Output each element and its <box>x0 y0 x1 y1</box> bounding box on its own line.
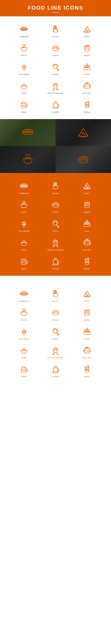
icon-item-rice-3: RICE <box>8 342 40 360</box>
svg-point-63 <box>25 292 26 292</box>
icon-item-sushi-w: SUSHI <box>40 216 71 233</box>
icon-item-rice-w: RICE <box>8 235 40 252</box>
photo-grid <box>0 119 111 173</box>
svg-point-20 <box>24 86 25 86</box>
drink-label-w: DRINK <box>84 268 90 270</box>
svg-point-49 <box>23 242 23 242</box>
beer-label-w: BEER <box>22 268 27 270</box>
icon-item-cake: CAKE <box>71 59 103 76</box>
icon-item-roast-chicken-3: ROAST CHICKEN <box>40 342 71 360</box>
svg-point-67 <box>86 294 87 294</box>
svg-point-76 <box>23 350 23 350</box>
rice-label: RICE <box>22 92 27 94</box>
drink-label-3: DRINK <box>84 376 90 378</box>
beer-icon-3 <box>19 364 29 374</box>
svg-point-68 <box>87 295 88 296</box>
photo-overlay-pizza <box>76 125 91 140</box>
icon-item-roast-chicken-w: ROAST CHICKEN <box>40 235 71 252</box>
roast-chicken-label-3: ROAST CHICKEN <box>48 357 64 359</box>
coffee-icon-3 <box>50 364 61 374</box>
svg-point-18 <box>25 85 25 86</box>
svg-rect-58 <box>86 260 87 262</box>
hot-pot-icon-3 <box>82 345 92 356</box>
hot-pot-icon-white <box>82 237 92 248</box>
icon-item-steak-3: STEAK <box>40 305 71 322</box>
coffee-label-w: COFFEE <box>52 268 59 270</box>
icon-item-beer: BEER <box>8 97 40 114</box>
sweet-icon <box>82 42 92 54</box>
beer-icon-white <box>19 256 29 267</box>
svg-point-1 <box>23 28 23 28</box>
steak-icon-white <box>50 199 61 210</box>
svg-point-77 <box>24 349 24 350</box>
svg-point-3 <box>25 28 25 28</box>
sushi-icon <box>50 62 61 72</box>
ice-cream-label-3: ICE CREAM <box>19 338 29 340</box>
icon-item-cake-3: CAKE <box>71 324 103 341</box>
svg-point-70 <box>87 311 87 312</box>
icon-grid-2: HAMBURG SNACK <box>8 178 103 271</box>
pasta-icon <box>19 42 29 54</box>
svg-rect-26 <box>87 104 88 106</box>
svg-point-42 <box>86 188 87 188</box>
steak-label: STEAK <box>52 55 59 56</box>
svg-point-22 <box>57 89 58 90</box>
icon-item-hamburg: HAMBURG <box>8 22 40 38</box>
cake-icon-3 <box>82 326 92 337</box>
steak-label-w: STEAK <box>52 212 59 213</box>
sweet-label-w: SWEET <box>84 212 90 213</box>
icon-section-orange: HAMBURG SNACK <box>0 173 111 276</box>
icon-grid-3: HAMBURG SNACK <box>8 286 103 378</box>
pizza-label: PIZZA <box>84 36 90 38</box>
snack-label-w: SNACK <box>52 192 59 194</box>
svg-rect-37 <box>53 183 54 186</box>
photo-overlay-pasta <box>20 152 35 168</box>
sweet-icon-white <box>82 199 92 210</box>
icon-item-drink-w: DRINK <box>71 254 103 271</box>
icon-item-pizza-3: PIZZA <box>71 286 103 303</box>
svg-rect-85 <box>86 368 87 370</box>
pizza-icon-white <box>82 180 92 191</box>
photo-cell-pizza <box>56 119 111 146</box>
coffee-label: COFFEE <box>52 111 59 113</box>
svg-point-81 <box>53 354 54 354</box>
pizza-icon <box>82 24 92 34</box>
svg-rect-38 <box>55 182 56 186</box>
svg-point-82 <box>57 354 58 354</box>
pasta-icon-white <box>19 199 29 210</box>
icon-item-drink: DRINK <box>71 97 103 114</box>
icon-item-pasta-3: PASTA <box>8 305 40 322</box>
icon-item-steak-w: STEAK <box>40 197 71 214</box>
svg-rect-57 <box>21 260 26 265</box>
svg-rect-6 <box>56 26 57 29</box>
svg-rect-5 <box>55 26 56 29</box>
icon-item-sweet: SWEET <box>71 40 103 58</box>
svg-point-21 <box>53 89 54 90</box>
icon-item-hamburg-3: HAMBURG <box>8 286 40 303</box>
cake-icon-white <box>82 218 92 229</box>
roast-chicken-label: ROAST CHICKEN <box>48 92 64 94</box>
rice-icon-3 <box>19 345 29 356</box>
icon-grid-1: HAMBURG SNACK <box>8 22 103 114</box>
photo-overlay-burger <box>20 125 35 140</box>
steak-label-3: STEAK <box>52 319 59 321</box>
cake-label-w: CAKE <box>84 230 90 232</box>
svg-point-69 <box>86 295 87 296</box>
ice-cream-icon-3 <box>19 326 29 337</box>
svg-point-55 <box>57 246 58 247</box>
photo-cell-steak <box>56 146 111 173</box>
icon-item-hot-pot: HOT POT <box>71 78 103 95</box>
sweet-label-3: SWEET <box>84 319 90 321</box>
svg-point-32 <box>84 134 85 135</box>
hamburg-icon-3 <box>19 288 29 299</box>
svg-rect-66 <box>56 290 57 294</box>
svg-point-28 <box>25 130 26 131</box>
svg-point-8 <box>87 30 88 31</box>
pizza-label-3: PIZZA <box>84 300 90 302</box>
svg-point-17 <box>24 84 24 85</box>
svg-point-35 <box>24 184 24 184</box>
icon-item-rice: RICE <box>8 78 40 95</box>
icon-item-steak: STEAK <box>40 40 71 58</box>
sweet-icon-3 <box>82 307 92 318</box>
hot-pot-label: HOT POT <box>83 92 91 94</box>
